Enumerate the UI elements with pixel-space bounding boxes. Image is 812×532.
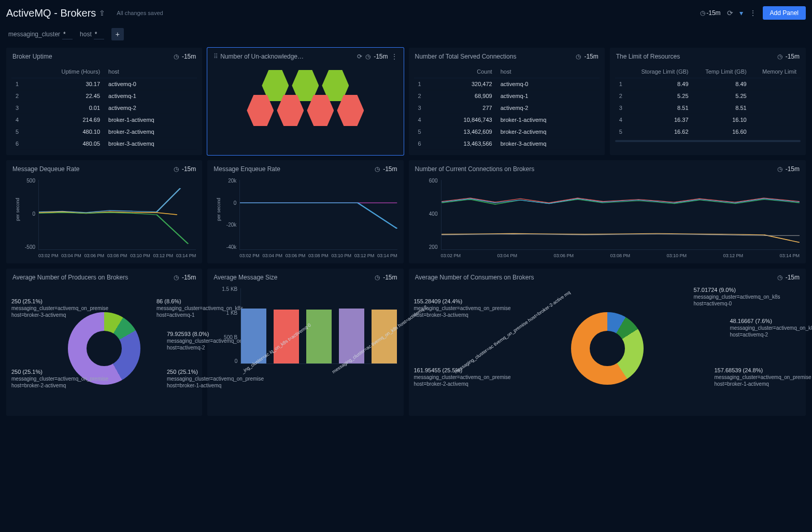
table-row[interactable]: 5480.10broker-2-activemq: [11, 126, 197, 138]
refresh-icon[interactable]: ⟳: [727, 9, 733, 17]
table-row[interactable]: 222.45activemq-1: [11, 90, 197, 102]
pie-slice-label: 157.68539 (24.8%)messaging_cluster=activ…: [715, 367, 792, 387]
table-row[interactable]: 410,846,743broker-1-activemq: [414, 114, 600, 126]
filter-messaging-cluster[interactable]: messaging_cluster *: [8, 30, 73, 39]
enqueue-chart: per second 20k0-20k-40k 03:02 PM03:04 PM…: [212, 178, 398, 258]
table-row[interactable]: 4214.69broker-1-activemq: [11, 114, 197, 126]
panel-enqueue-rate[interactable]: Message Enqueue Rate-15m per second 20k0…: [207, 160, 403, 263]
served-table: Counthost 1320,472activemq-0268,909activ…: [414, 65, 600, 150]
producers-pie: 250 (25.1%)messaging_cluster=activemq_on…: [11, 286, 197, 411]
add-filter-button[interactable]: +: [111, 28, 124, 40]
consumers-pie: 155.28409 (24.4%)messaging_cluster=activ…: [414, 286, 801, 411]
uptime-table: Uptime (Hours)host 130.17activemq-0222.4…: [11, 65, 197, 150]
clock-icon: [375, 165, 381, 173]
table-row[interactable]: 3277activemq-2: [414, 102, 600, 114]
limits-table: Storage Limit (GB)Temp Limit (GB)Memory …: [615, 65, 801, 138]
panel-unack-messages[interactable]: ⠿Number of Un-acknowledge…⟳-15m⋮: [207, 48, 403, 155]
time-range-selector[interactable]: -15m: [700, 9, 720, 17]
more-icon[interactable]: ⋮: [391, 53, 397, 60]
clock-icon: [777, 165, 783, 173]
hex-status: [212, 65, 398, 131]
table-row[interactable]: 416.3716.10: [615, 114, 801, 126]
pie-slice-label: 48.16667 (7.6%)messaging_cluster=activem…: [730, 317, 808, 338]
table-row[interactable]: 38.518.51: [615, 102, 801, 114]
table-row[interactable]: 1320,472activemq-0: [414, 78, 600, 90]
clock-icon: [777, 53, 783, 60]
clock-icon: [174, 274, 180, 281]
msgsize-bars: 1.5 KB1 KB500 B0 _ing_cluster=ac iq_on_k…: [212, 286, 398, 411]
panel-limit-resources[interactable]: The Limit of Resources-15m Storage Limit…: [610, 48, 806, 155]
table-row[interactable]: 613,463,566broker-3-activemq: [414, 138, 600, 150]
table-row[interactable]: 18.498.49: [615, 78, 801, 90]
panel-broker-uptime[interactable]: Broker Uptime-15m Uptime (Hours)host 130…: [6, 48, 202, 155]
pie-slice-label: 250 (25.1%)messaging_cluster=activemq_on…: [11, 368, 89, 389]
connections-chart: 600400200 03:02 PM03:04 PM03:06 PM03:08 …: [414, 178, 801, 258]
table-row[interactable]: 25.255.25: [615, 90, 801, 102]
more-icon[interactable]: ⋮: [749, 9, 757, 17]
pie-slice-label: 155.28409 (24.4%)messaging_cluster=activ…: [414, 298, 492, 318]
pie-slice-label: 250 (25.1%)messaging_cluster=activemq_on…: [11, 298, 89, 318]
table-row[interactable]: 516.6216.60: [615, 126, 801, 138]
dequeue-chart: per second 5000-500 03:02 PM03:04 PM03:0…: [11, 178, 197, 258]
clock-icon: [375, 274, 381, 281]
pie-slice-label: 57.01724 (9.0%)messaging_cluster=activem…: [694, 286, 772, 307]
panel-consumers[interactable]: Average Number of Consumers on Brokers-1…: [409, 269, 806, 416]
clock-icon: [777, 274, 783, 281]
add-panel-button[interactable]: Add Panel: [763, 6, 806, 20]
save-status: All changes saved: [117, 10, 163, 16]
filter-icon[interactable]: ▾: [739, 9, 743, 17]
panel-avg-message-size[interactable]: Average Message Size-15m 1.5 KB1 KB500 B…: [207, 269, 403, 416]
filter-bar: messaging_cluster * host * +: [6, 28, 806, 40]
pie-slice-label: 161.95455 (25.5%)messaging_cluster=activ…: [414, 367, 492, 387]
clock-icon: [174, 53, 180, 60]
table-row[interactable]: 513,462,609broker-2-activemq: [414, 126, 600, 138]
clock-icon: [700, 9, 706, 17]
panel-producers[interactable]: Average Number of Producers on Brokers-1…: [6, 269, 202, 416]
panel-dequeue-rate[interactable]: Message Dequeue Rate-15m per second 5000…: [6, 160, 202, 263]
panel-current-connections[interactable]: Number of Current Connections on Brokers…: [409, 160, 806, 263]
page-title: ActiveMQ - Brokers: [6, 7, 96, 19]
filter-host[interactable]: host *: [80, 30, 104, 39]
table-row[interactable]: 130.17activemq-0: [11, 78, 197, 90]
refresh-icon[interactable]: ⟳: [357, 53, 362, 60]
scrollbar[interactable]: [615, 140, 801, 142]
table-row[interactable]: 30.01activemq-2: [11, 102, 197, 114]
panel-served-connections[interactable]: Number of Total Served Connections-15m C…: [409, 48, 605, 155]
clock-icon: [576, 53, 582, 60]
drag-handle-icon[interactable]: ⠿: [213, 53, 218, 60]
clock-icon: [174, 165, 180, 173]
table-row[interactable]: 268,909activemq-1: [414, 90, 600, 102]
clock-icon: [365, 53, 372, 60]
share-icon[interactable]: ⇪: [99, 9, 105, 17]
table-row[interactable]: 6480.05broker-3-activemq: [11, 138, 197, 150]
